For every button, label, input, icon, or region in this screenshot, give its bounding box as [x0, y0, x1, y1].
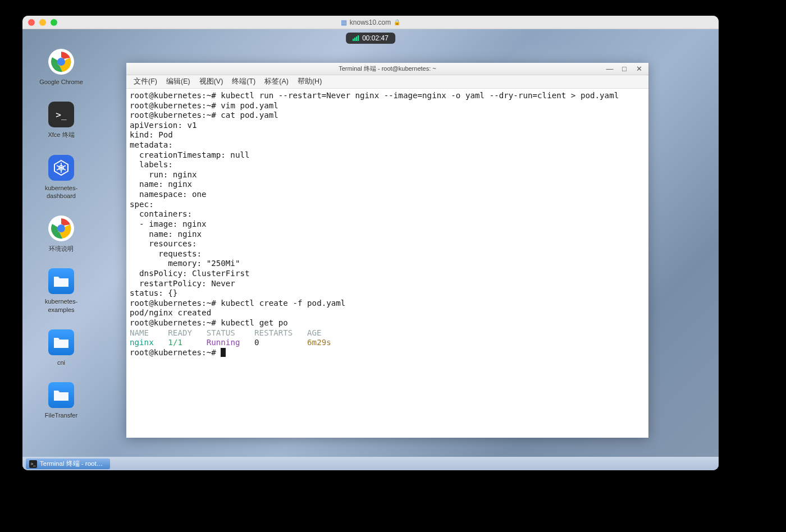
prompt: root@kubernetes:~#: [130, 101, 221, 110]
terminal-title: Terminal 终端 - root@kubernetes: ~: [339, 65, 436, 73]
prompt: root@kubernetes:~#: [130, 91, 221, 100]
session-timer: 00:02:47: [346, 33, 395, 44]
kubernetes-icon: [48, 155, 74, 181]
browser-titlebar: ▦ knows10.com 🔒: [22, 16, 719, 29]
svg-point-3: [57, 58, 65, 66]
icon-label: 环境说明: [49, 245, 74, 253]
traffic-lights: [22, 19, 57, 26]
menu-terminal[interactable]: 终端(T): [228, 75, 259, 88]
output-line: resources:: [130, 239, 197, 248]
icon-label: Google Chrome: [39, 78, 83, 86]
site-icon: ▦: [341, 19, 347, 26]
desktop-icons: Google Chrome >_ Xfce 终端 kubernetes- das…: [36, 49, 86, 420]
pod-name: nginx: [130, 338, 154, 347]
pod-ready: 1/1: [168, 338, 182, 347]
desktop-icon-chrome[interactable]: Google Chrome: [36, 49, 86, 86]
icon-label: FileTransfer: [45, 411, 77, 419]
pod-age: 6m29s: [307, 338, 331, 347]
minimize-icon[interactable]: —: [602, 64, 617, 74]
minimize-button[interactable]: [39, 19, 46, 26]
output-line: containers:: [130, 209, 192, 218]
terminal-titlebar[interactable]: Terminal 终端 - root@kubernetes: ~ — □ ✕: [126, 63, 648, 75]
icon-label: Xfce 终端: [48, 131, 74, 139]
terminal-icon: >_: [29, 460, 37, 468]
output-line: labels:: [130, 160, 173, 169]
signal-icon: [353, 35, 359, 41]
folder-icon: [48, 382, 74, 408]
lock-icon: 🔒: [394, 19, 400, 25]
output-line: - image: nginx: [130, 219, 207, 228]
maximize-icon[interactable]: □: [617, 64, 632, 74]
menu-help[interactable]: 帮助(H): [294, 75, 326, 88]
url-bar[interactable]: ▦ knows10.com 🔒: [341, 19, 400, 26]
svg-point-13: [57, 224, 65, 232]
output-line: namespace: one: [130, 190, 207, 199]
folder-icon: [48, 268, 74, 294]
icon-label: kubernetes- examples: [45, 297, 77, 314]
desktop-icon-env-doc[interactable]: 环境说明: [36, 215, 86, 253]
output-line: pod/nginx created: [130, 308, 211, 317]
output-line: run: nginx: [130, 170, 197, 179]
taskbar-label: Terminal 终端 - root…: [40, 460, 103, 468]
output-line: dnsPolicy: ClusterFirst: [130, 269, 250, 278]
terminal-body[interactable]: root@kubernetes:~# kubectl run --restart…: [126, 89, 648, 438]
desktop-icon-filetransfer[interactable]: FileTransfer: [36, 382, 86, 419]
menu-edit[interactable]: 编辑(E): [162, 75, 194, 88]
taskbar: >_ Terminal 终端 - root…: [22, 457, 719, 470]
close-button[interactable]: [28, 19, 35, 26]
menu-tabs[interactable]: 标签(A): [261, 75, 293, 88]
output-line: name: nginx: [130, 180, 192, 189]
command: kubectl create -f pod.yaml: [221, 299, 345, 308]
desktop-icon-cni[interactable]: cni: [36, 329, 86, 366]
icon-label: kubernetes- dashboard: [45, 184, 77, 200]
desktop-icon-k8s-examples[interactable]: kubernetes- examples: [36, 268, 86, 314]
folder-icon: [48, 329, 74, 355]
url-text: knows10.com: [350, 19, 391, 26]
prompt: root@kubernetes:~#: [130, 318, 221, 327]
command: kubectl get po: [221, 318, 288, 327]
output-line: spec:: [130, 200, 154, 209]
maximize-button[interactable]: [51, 19, 57, 26]
terminal-icon: >_: [48, 102, 74, 127]
output-line: metadata:: [130, 140, 173, 149]
command: vim pod.yaml: [221, 101, 278, 110]
icon-label: cni: [57, 359, 65, 366]
output-line: apiVersion: v1: [130, 121, 197, 130]
chrome-icon: [48, 215, 74, 241]
terminal-menubar: 文件(F) 编辑(E) 视图(V) 终端(T) 标签(A) 帮助(H): [126, 75, 648, 89]
menu-view[interactable]: 视图(V): [195, 75, 227, 88]
close-icon[interactable]: ✕: [632, 64, 646, 74]
chrome-icon: [48, 49, 74, 75]
output-line: restartPolicy: Never: [130, 279, 235, 288]
output-line: requests:: [130, 249, 202, 258]
table-header: NAME READY STATUS RESTARTS AGE: [130, 328, 322, 337]
remote-desktop: 00:02:47 Google Chrome: [22, 29, 719, 470]
output-line: kind: Pod: [130, 130, 173, 139]
menu-file[interactable]: 文件(F): [130, 75, 161, 88]
output-line: creationTimestamp: null: [130, 150, 250, 159]
desktop-icon-xfce-terminal[interactable]: >_ Xfce 终端: [36, 102, 86, 139]
output-line: memory: "250Mi": [130, 259, 240, 268]
browser-window: ▦ knows10.com 🔒 00:02:47: [22, 16, 719, 470]
desktop-icon-k8s-dashboard[interactable]: kubernetes- dashboard: [36, 155, 86, 200]
prompt: root@kubernetes:~#: [130, 111, 221, 120]
cursor: [221, 348, 226, 357]
timer-text: 00:02:47: [362, 34, 389, 42]
prompt: root@kubernetes:~#: [130, 299, 221, 308]
command: kubectl run --restart=Never nginx --imag…: [221, 91, 619, 100]
output-line: status: {}: [130, 288, 177, 297]
command: cat pod.yaml: [221, 111, 278, 120]
terminal-window: Terminal 终端 - root@kubernetes: ~ — □ ✕ 文…: [126, 63, 648, 438]
output-line: name: nginx: [130, 230, 202, 239]
pod-status: Running: [207, 338, 240, 347]
pod-restarts: 0: [254, 338, 259, 347]
taskbar-item-terminal[interactable]: >_ Terminal 终端 - root…: [26, 458, 110, 469]
prompt: root@kubernetes:~#: [130, 348, 221, 357]
